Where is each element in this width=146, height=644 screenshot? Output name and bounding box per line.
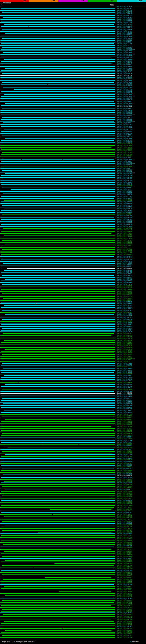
hit-bar[interactable] [3, 368, 115, 369]
hit-bar[interactable] [0, 379, 115, 380]
hit-bar[interactable] [0, 344, 115, 344]
hit-bar[interactable] [0, 418, 115, 418]
hit-bar[interactable] [4, 516, 115, 516]
hit-bar[interactable] [1, 56, 115, 56]
hit-bar[interactable] [0, 286, 115, 286]
hit-bar[interactable] [0, 226, 115, 227]
hit-bar[interactable] [0, 102, 114, 102]
hit-bar[interactable] [3, 228, 115, 229]
hit-bar[interactable] [0, 612, 115, 613]
hit-bar[interactable] [2, 354, 115, 355]
hit-bar[interactable] [2, 65, 114, 65]
hit-bar[interactable] [0, 107, 115, 107]
hit-bar[interactable] [2, 565, 114, 566]
hit-bar[interactable] [1, 184, 115, 184]
hit-bar[interactable] [3, 404, 115, 404]
hit-bar[interactable] [2, 293, 115, 294]
hit-bar[interactable] [5, 279, 115, 280]
hit-bar[interactable] [1, 26, 115, 27]
hit-bar[interactable] [2, 117, 115, 118]
hit-bar[interactable] [0, 186, 115, 186]
hit-bar[interactable] [0, 42, 115, 42]
hit-bar[interactable] [0, 567, 115, 568]
hit-bar[interactable] [0, 136, 115, 137]
hit-bar[interactable] [0, 58, 111, 58]
hit-bar[interactable] [1, 70, 115, 70]
hit-bar[interactable] [0, 498, 115, 499]
hit-bar[interactable] [1, 482, 115, 483]
hit-bar[interactable] [1, 324, 115, 325]
hit-bar[interactable] [2, 223, 115, 224]
hit-bar[interactable] [0, 128, 115, 128]
hit-bar[interactable] [0, 549, 111, 550]
hit-bar[interactable] [0, 520, 115, 520]
hit-bar[interactable] [0, 98, 115, 99]
hit-bar[interactable] [0, 449, 114, 450]
hit-bar[interactable] [1, 154, 115, 155]
hit-bar[interactable] [0, 409, 115, 410]
hit-bar[interactable] [1, 237, 114, 237]
hit-bar[interactable] [4, 586, 115, 587]
hit-bar[interactable] [0, 528, 115, 529]
hit-bar[interactable] [3, 122, 115, 123]
hit-bar[interactable] [2, 73, 115, 74]
hit-bar[interactable] [0, 534, 115, 534]
hit-bar[interactable] [0, 22, 115, 23]
hit-bar[interactable] [0, 261, 115, 262]
hit-bar[interactable] [1, 14, 115, 14]
hit-bar[interactable] [1, 435, 115, 436]
hit-bar[interactable] [0, 602, 114, 603]
hit-bar[interactable] [0, 463, 115, 464]
hit-bar[interactable] [0, 191, 115, 192]
hit-bar[interactable] [1, 105, 115, 106]
hit-bar[interactable] [3, 88, 115, 88]
hit-bar[interactable] [2, 635, 115, 636]
hit-bar[interactable] [0, 54, 115, 55]
hit-bar[interactable] [0, 19, 115, 20]
hit-bar[interactable] [0, 256, 114, 257]
hit-bar[interactable] [1, 35, 115, 36]
hit-bar[interactable] [0, 265, 115, 266]
hit-bar[interactable] [1, 224, 115, 225]
hit-bar[interactable] [4, 622, 114, 622]
hit-bar[interactable] [0, 358, 115, 359]
hit-bar[interactable] [5, 174, 115, 174]
hit-bar[interactable] [1, 430, 114, 431]
hit-bar[interactable] [1, 119, 115, 120]
hit-bar[interactable] [5, 630, 111, 631]
hit-bar[interactable] [2, 556, 115, 557]
hit-bar[interactable] [0, 593, 115, 594]
hit-bar[interactable] [0, 66, 115, 67]
hit-bar[interactable] [2, 275, 114, 276]
hit-bar[interactable] [4, 375, 115, 376]
hit-bar[interactable] [0, 432, 115, 432]
hit-bar[interactable] [0, 72, 115, 72]
hit-bar[interactable] [0, 93, 115, 94]
hit-bar[interactable] [2, 521, 115, 522]
hit-bar[interactable] [3, 298, 115, 299]
hit-bar[interactable] [1, 78, 115, 79]
hit-bar[interactable] [0, 147, 111, 148]
hit-bar[interactable] [0, 335, 111, 336]
hit-bar[interactable] [0, 598, 115, 599]
hit-bar[interactable] [0, 238, 115, 239]
hit-bar[interactable] [0, 488, 114, 488]
hit-bar[interactable] [1, 505, 115, 506]
hit-bar[interactable] [0, 296, 115, 297]
hit-bar[interactable] [8, 448, 115, 448]
hit-bar[interactable] [2, 539, 115, 539]
hit-bar[interactable] [0, 382, 115, 383]
hit-bar[interactable] [11, 190, 115, 190]
hit-bar[interactable] [5, 68, 115, 69]
hit-bar[interactable] [0, 620, 111, 620]
hit-bar[interactable] [0, 458, 115, 459]
hit-bar[interactable] [0, 476, 115, 476]
hit-bar[interactable] [7, 268, 115, 269]
hit-bar[interactable] [0, 160, 114, 160]
hit-bar[interactable] [1, 540, 115, 541]
hit-bar[interactable] [1, 307, 115, 308]
hit-bar[interactable] [2, 451, 115, 452]
hit-bar[interactable] [2, 135, 115, 136]
hit-bar[interactable] [0, 323, 115, 324]
hit-bar[interactable] [0, 150, 115, 151]
